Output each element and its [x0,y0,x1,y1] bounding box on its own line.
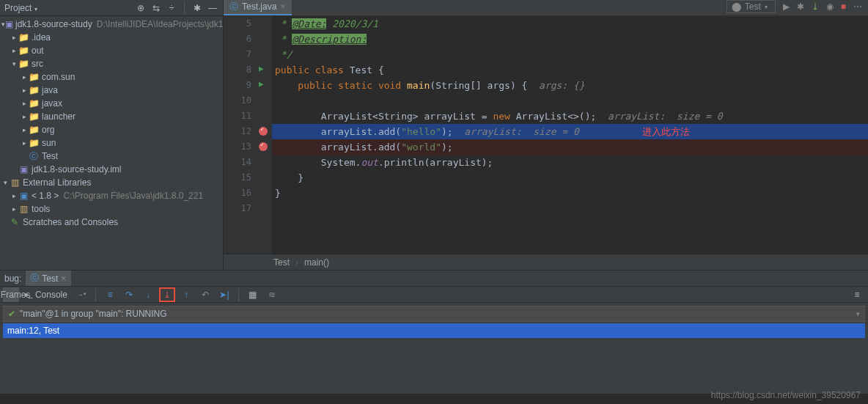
tree-root[interactable]: ▣jdk1.8-source-studyD:\IntelliJIDEA\Idea… [0,18,223,31]
force-step-into-highlighted[interactable]: ⤓ [159,287,175,302]
tree-scratches[interactable]: ✎Scratches and Consoles [0,216,223,229]
frames-area: ✔ "main"@1 in group "main": RUNNING ▾ ma… [0,303,868,394]
stop-icon[interactable]: ■ [841,1,846,12]
debug-session-tab[interactable]: ⓒ Test ✕ [26,271,71,286]
run-gutter-icon[interactable]: ▶ [259,79,264,89]
more-icon[interactable]: →* [73,287,89,302]
run-to-cursor-icon[interactable]: ➤| [216,287,232,302]
hide-icon[interactable]: — [207,2,218,14]
editor: ⓒ Test.java ✕ 567891011121314151617 ▶ ▶ … [224,0,868,270]
code-area[interactable]: 567891011121314151617 ▶ ▶ * @Date: 2020/… [224,16,868,254]
show-exec-icon[interactable]: ≡ [102,287,118,302]
profile-icon[interactable]: ◉ [826,1,834,12]
debug-tabs: bug: ⓒ Test ✕ [0,271,868,287]
close-icon[interactable]: ✕ [280,3,286,10]
run-gutter-icon[interactable]: ▶ [259,64,264,73]
tree-src[interactable]: 📁src [0,57,223,70]
project-title[interactable]: Project [4,3,32,13]
tree-org[interactable]: 📁org [0,123,223,136]
java-class-icon: ⓒ [229,1,238,13]
tree-java[interactable]: 📁java [0,84,223,97]
java-class-icon: ⓒ [30,272,39,284]
watermark: https://blog.csdn.net/weixin_39520967 [711,390,861,400]
close-icon[interactable]: ✕ [61,275,67,282]
tree-iml[interactable]: ▣jdk1.8-source-study.iml [0,163,223,176]
layout-settings-icon[interactable]: ≡ [849,287,865,302]
breakpoint-icon[interactable] [259,127,268,136]
breadcrumb: Test › main() [224,254,868,270]
tree-tools[interactable]: ▥tools [0,202,223,216]
tree-launcher[interactable]: 📁launcher [0,110,223,123]
code-lines[interactable]: * @Date: 2020/3/1 * @Description: */ pub… [272,16,868,254]
stack-frame[interactable]: main:12, Test [3,323,865,338]
tab-label: Test.java [242,1,276,12]
coverage-icon[interactable]: ⤓ [812,1,819,12]
tree-idea[interactable]: 📁.idea [0,31,223,44]
tree-test[interactable]: ⓒTest [0,150,223,163]
tree-extlib[interactable]: ▥External Libraries [0,176,223,189]
project-tool-window: Project ▾ ⊕ ⇆ ÷ ✱ — ▣jdk1.8-source-study… [0,0,224,270]
step-into-icon[interactable]: ↓ [140,287,156,302]
tree-javax[interactable]: 📁javax [0,97,223,110]
project-tree: ▣jdk1.8-source-studyD:\IntelliJIDEA\Idea… [0,16,223,270]
frames-button[interactable]: ▥ Frames [3,287,19,302]
expand-icon[interactable]: ⇆ [150,2,162,14]
tree-comsun[interactable]: 📁com.sun [0,70,223,84]
debug-tool-window: bug: ⓒ Test ✕ ▥ Frames ▸_ Console →* ≡ ↷… [0,270,868,394]
breakpoint-icon[interactable] [259,142,268,151]
tree-out[interactable]: 📁out [0,44,223,57]
tree-sun[interactable]: 📁sun [0,136,223,150]
settings-icon[interactable]: ✱ [191,2,203,14]
step-out-icon[interactable]: ↑ [178,287,194,302]
run-config-selector[interactable]: ⬤Test▾ [727,0,776,13]
step-over-icon[interactable]: ↷ [121,287,137,302]
line-gutter: 567891011121314151617 [224,16,257,254]
run-toolbar: ⬤Test▾ ▶ ✱ ⤓ ◉ ■ ⋯ [727,0,862,13]
evaluate-icon[interactable]: ▦ [245,287,261,302]
trace-icon[interactable]: ≋ [264,287,280,302]
drop-frame-icon[interactable]: ↶ [197,287,213,302]
gutter-icons: ▶ ▶ [257,16,272,254]
debug-toolbar: ▥ Frames ▸_ Console →* ≡ ↷ ↓ ⤓ ↑ ↶ ➤| ▦ … [0,287,868,303]
project-header: Project ▾ ⊕ ⇆ ÷ ✱ — [0,0,223,16]
crumb-method[interactable]: main() [304,257,329,268]
run-icon[interactable]: ▶ [783,1,790,12]
more-icon[interactable]: ⋯ [853,1,862,12]
debug-label: bug: [4,273,21,284]
collapse-icon[interactable]: ÷ [166,2,177,14]
locate-icon[interactable]: ⊕ [135,2,147,14]
crumb-class[interactable]: Test [273,257,290,268]
tab-test-java[interactable]: ⓒ Test.java ✕ [224,0,292,15]
debug-icon[interactable]: ✱ [797,1,804,12]
thread-selector[interactable]: ✔ "main"@1 in group "main": RUNNING ▾ [3,306,865,322]
console-button[interactable]: ▸_ Console [22,287,70,302]
check-icon: ✔ [8,309,15,319]
tree-jdk[interactable]: ▣< 1.8 >C:\Program Files\Java\jdk1.8.0_2… [0,189,223,202]
